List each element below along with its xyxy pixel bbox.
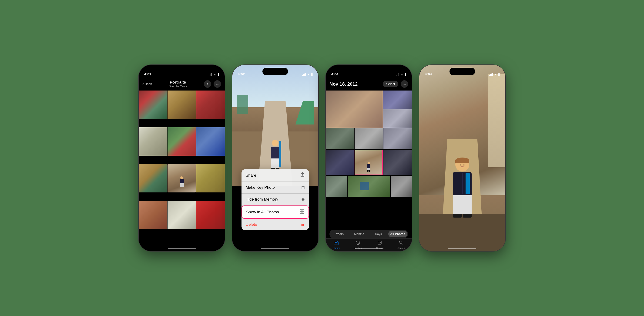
- menu-item-hide[interactable]: Hide from Memory ⊖: [242, 194, 309, 206]
- menu-item-share[interactable]: Share: [242, 169, 309, 182]
- tab-months[interactable]: Months: [350, 230, 368, 237]
- home-indicator-4: [448, 248, 476, 249]
- p3-cell-1-2[interactable]: [384, 128, 412, 149]
- p3-cell-0-1[interactable]: [383, 90, 412, 109]
- nav-search-label: Search: [398, 247, 405, 250]
- dynamic-island-2: [262, 68, 288, 75]
- menu-item-keyphoto-label: Make Key Photo: [246, 185, 275, 190]
- menu-item-share-label: Share: [246, 173, 256, 178]
- menu-item-delete-label: Delete: [246, 222, 257, 227]
- grid-cell-1-0[interactable]: [139, 127, 167, 156]
- more-button-1[interactable]: ···: [214, 80, 221, 88]
- phone-2: 4:02 ▲ ▮: [232, 65, 318, 251]
- nav-search[interactable]: Search: [398, 240, 405, 250]
- grid-cell-2-2[interactable]: [196, 164, 225, 192]
- phone1-photo-grid: [139, 90, 225, 237]
- p3-cell-2-2[interactable]: [384, 150, 412, 175]
- p3-cell-1-1[interactable]: [354, 128, 383, 149]
- delete-menu-icon: 🗑: [300, 222, 305, 227]
- menu-item-delete[interactable]: Delete 🗑: [242, 219, 309, 230]
- grid-cell-3-1[interactable]: [168, 201, 196, 229]
- p3-cell-3-1[interactable]: [348, 176, 390, 197]
- tab-years[interactable]: Years: [330, 230, 349, 237]
- signal-icon-2: [302, 73, 306, 76]
- context-menu: Share Make Key Photo ⊡ Hide from Memory …: [242, 169, 309, 230]
- status-time-3: 4:04: [331, 72, 338, 76]
- nav-library[interactable]: Library: [333, 240, 340, 250]
- search-icon-3: [398, 240, 404, 246]
- phone3-view-tabs: Years Months Days All Photos: [330, 230, 408, 238]
- signal-icon-4: [489, 73, 493, 76]
- status-time-1: 4:01: [144, 72, 151, 76]
- grid-cell-2-1-highlighted[interactable]: [168, 164, 196, 192]
- phone3-row-2: [326, 128, 412, 149]
- grid-cell-3-2[interactable]: [196, 201, 225, 229]
- menu-item-show-label: Show in All Photos: [246, 210, 279, 214]
- more-button-3[interactable]: ···: [401, 80, 408, 88]
- p3-cell-1-0[interactable]: [326, 128, 354, 149]
- dynamic-island-1: [169, 68, 194, 75]
- grid-cell-3-0[interactable]: [139, 201, 167, 229]
- grid-cell-0-0[interactable]: [139, 90, 167, 119]
- share-menu-icon: [300, 172, 305, 178]
- status-icons-3: ▲ ▮: [396, 72, 406, 76]
- menu-item-show-all[interactable]: Show in All Photos: [242, 206, 309, 219]
- grid-cell-2-0[interactable]: [139, 164, 167, 192]
- grid-cell-1-2[interactable]: [196, 127, 225, 156]
- phone3-actions: Select ···: [383, 80, 408, 88]
- phone-4: 4:04 ▲ ▮: [419, 65, 505, 251]
- showall-menu-icon: [300, 209, 304, 215]
- tab-days[interactable]: Days: [369, 230, 388, 237]
- svg-rect-5: [335, 241, 337, 242]
- tab-all-photos[interactable]: All Photos: [388, 230, 407, 237]
- battery-icon-4: ▮: [498, 72, 500, 76]
- p3-cell-highlighted[interactable]: [354, 150, 383, 175]
- keyphoto-menu-icon: ⊡: [301, 185, 305, 190]
- battery-icon-2: ▮: [311, 72, 313, 76]
- p3-cell-3-0[interactable]: [326, 176, 347, 197]
- hide-menu-icon: ⊖: [301, 197, 305, 202]
- grid-cell-1-1[interactable]: [168, 127, 196, 156]
- home-indicator-1: [168, 248, 196, 249]
- foryou-icon: [355, 240, 360, 246]
- wifi-icon-1: ▲: [213, 72, 216, 76]
- p3-cell-3-2[interactable]: [391, 176, 412, 197]
- status-time-4: 4:04: [425, 72, 432, 76]
- p3-cell-0-2[interactable]: [383, 109, 412, 128]
- grid-cell-0-1[interactable]: [168, 90, 196, 119]
- menu-item-hide-label: Hide from Memory: [246, 197, 278, 202]
- phone1-subtitle: Over the Years: [152, 85, 204, 88]
- signal-icon-1: [209, 73, 212, 76]
- phone1-header: ‹ Back Portraits Over the Years ↑ ···: [139, 78, 225, 90]
- menu-item-keyphoto[interactable]: Make Key Photo ⊡: [242, 182, 309, 194]
- phone1-title: Portraits: [152, 80, 204, 85]
- wifi-icon-3: ▲: [400, 72, 404, 76]
- grid-cell-0-2[interactable]: [196, 90, 225, 119]
- share-button-1[interactable]: ↑: [204, 80, 211, 88]
- phone2-photo[interactable]: [232, 65, 318, 186]
- back-button-1[interactable]: ‹ Back: [142, 82, 152, 86]
- library-icon: [334, 240, 339, 246]
- nav-library-label: Library: [333, 247, 340, 250]
- dynamic-island-4: [450, 68, 475, 75]
- phone-3: 4:04 ▲ ▮ Nov 18, 2012 Select ···: [326, 65, 412, 251]
- p3-cell-0-0[interactable]: [326, 90, 383, 128]
- battery-icon-1: ▮: [218, 72, 219, 76]
- status-icons-1: ▲ ▮: [209, 72, 219, 76]
- status-icons-2: ▲ ▮: [302, 72, 313, 76]
- phone3-header: Nov 18, 2012 Select ···: [326, 78, 412, 90]
- albums-icon: [377, 240, 382, 246]
- phone1-title-block: Portraits Over the Years: [152, 80, 204, 88]
- status-time-2: 4:02: [238, 72, 245, 76]
- svg-rect-1: [302, 210, 304, 211]
- phone4-full-photo[interactable]: [419, 65, 505, 251]
- signal-icon-3: [396, 73, 399, 76]
- child-photo-subject: [268, 140, 282, 168]
- svg-point-8: [399, 241, 402, 244]
- dynamic-island-3: [356, 68, 382, 75]
- p3-cell-2-0[interactable]: [326, 150, 354, 175]
- select-button-3[interactable]: Select: [383, 81, 398, 87]
- phone4-child-subject: [453, 158, 472, 218]
- battery-icon-3: ▮: [404, 72, 406, 76]
- wifi-icon-2: ▲: [307, 72, 310, 76]
